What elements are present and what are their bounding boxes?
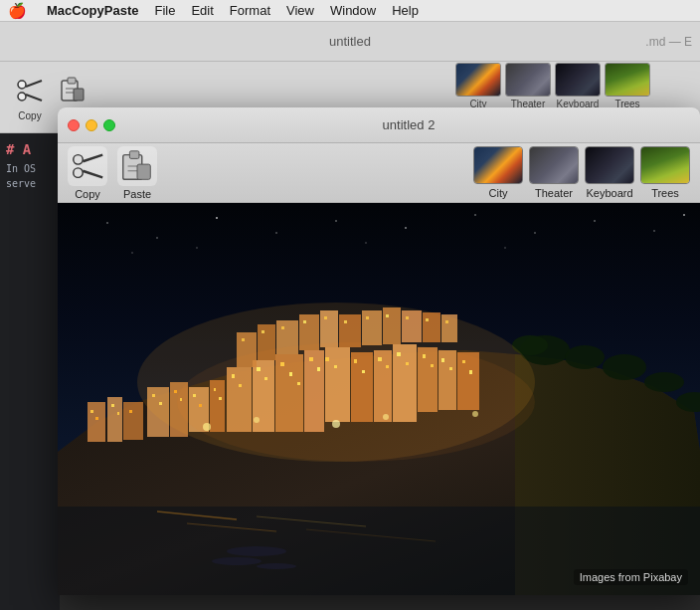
bg-copy-label: Copy: [18, 110, 41, 121]
svg-point-136: [365, 242, 366, 243]
svg-rect-93: [423, 354, 426, 358]
menu-edit[interactable]: Edit: [191, 3, 213, 18]
fg-window-title: untitled 2: [127, 117, 690, 132]
svg-point-29: [644, 372, 684, 392]
bg-code-line1: In OS: [6, 161, 54, 176]
menu-format[interactable]: Format: [230, 3, 270, 18]
fg-city-thumbnail: [473, 146, 523, 184]
fg-theater-label: Theater: [535, 187, 573, 199]
bg-thumb-keyboard[interactable]: Keyboard: [555, 63, 601, 109]
svg-rect-17: [137, 164, 150, 179]
bg-thumb-strip: City Theater Keyboard Trees: [455, 63, 650, 109]
menu-help[interactable]: Help: [392, 3, 419, 18]
bg-thumb-theater[interactable]: Theater: [505, 63, 551, 109]
menu-file[interactable]: File: [154, 3, 175, 18]
svg-rect-94: [431, 364, 434, 367]
svg-point-126: [275, 232, 277, 234]
svg-rect-85: [325, 357, 329, 361]
svg-rect-71: [180, 398, 182, 401]
svg-rect-8: [74, 89, 84, 101]
svg-point-130: [534, 232, 536, 234]
svg-rect-81: [289, 372, 292, 376]
fg-thumb-city[interactable]: City: [473, 146, 523, 199]
fg-thumb-keyboard[interactable]: Keyboard: [585, 146, 634, 199]
app-name[interactable]: MacCopyPaste: [47, 3, 138, 18]
svg-rect-33: [107, 397, 122, 442]
svg-rect-32: [88, 402, 105, 442]
fg-image-area: Images from Pixabay: [58, 203, 700, 595]
svg-rect-95: [441, 358, 444, 362]
svg-point-134: [131, 252, 132, 253]
svg-rect-99: [242, 338, 245, 341]
maximize-button[interactable]: [103, 119, 115, 131]
svg-point-28: [603, 354, 646, 380]
svg-rect-87: [354, 359, 357, 363]
svg-point-1: [18, 93, 26, 101]
svg-point-0: [18, 81, 26, 89]
svg-rect-107: [406, 316, 409, 319]
svg-rect-76: [232, 374, 235, 378]
bg-trees-thumbnail: [605, 63, 650, 97]
svg-point-128: [405, 227, 407, 229]
svg-line-11: [83, 154, 102, 161]
svg-rect-100: [262, 330, 264, 333]
apple-menu[interactable]: 🍎: [8, 2, 27, 20]
bg-thumb-city[interactable]: City: [455, 63, 501, 109]
bg-city-thumbnail: [455, 63, 501, 97]
fg-paste-label: Paste: [123, 188, 151, 200]
bg-window-title: untitled: [329, 34, 371, 49]
fg-thumb-trees[interactable]: Trees: [640, 146, 690, 199]
bg-thumb-trees[interactable]: Trees: [605, 63, 650, 109]
bg-code-line2: serve: [6, 176, 54, 191]
svg-rect-68: [152, 394, 155, 397]
svg-rect-102: [303, 320, 306, 323]
svg-rect-84: [317, 367, 320, 371]
fg-keyboard-thumbnail: [585, 146, 634, 184]
svg-rect-106: [386, 314, 389, 317]
svg-point-133: [683, 214, 685, 216]
fg-trees-thumbnail: [640, 146, 690, 184]
svg-rect-73: [199, 404, 202, 407]
svg-point-112: [332, 420, 340, 428]
svg-point-110: [203, 423, 211, 431]
bg-window-subtitle: .md — E: [645, 35, 692, 49]
svg-rect-83: [309, 357, 313, 361]
fg-paste-button[interactable]: Paste: [117, 146, 157, 200]
svg-rect-86: [334, 365, 337, 368]
svg-point-116: [227, 546, 286, 556]
svg-point-113: [383, 414, 389, 420]
svg-point-135: [196, 247, 197, 248]
bg-copy-button[interactable]: Copy: [12, 73, 48, 121]
svg-rect-5: [68, 78, 76, 84]
svg-line-2: [26, 81, 42, 87]
image-credit: Images from Pixabay: [574, 569, 688, 585]
svg-rect-63: [90, 410, 93, 413]
svg-rect-82: [297, 382, 300, 385]
scissors-icon: [12, 73, 48, 108]
fg-thumb-theater[interactable]: Theater: [529, 146, 579, 199]
svg-point-125: [216, 217, 218, 219]
svg-rect-78: [257, 367, 261, 371]
fg-copy-button[interactable]: Copy: [68, 146, 107, 200]
svg-point-123: [106, 222, 108, 224]
bg-code-editor: # A In OS serve: [0, 133, 60, 610]
svg-rect-80: [280, 362, 284, 366]
fg-theater-thumbnail: [529, 146, 579, 184]
menu-view[interactable]: View: [286, 3, 314, 18]
fg-paste-icon: [117, 146, 157, 186]
fg-toolbar: Copy Paste City: [58, 143, 700, 203]
svg-rect-14: [129, 150, 139, 158]
menu-window[interactable]: Window: [330, 3, 376, 18]
svg-rect-66: [117, 412, 119, 415]
svg-rect-34: [123, 402, 143, 440]
city-scene-svg: [58, 203, 700, 595]
close-button[interactable]: [68, 119, 80, 131]
fg-scissors-icon: [68, 146, 107, 186]
svg-point-129: [474, 214, 476, 216]
svg-rect-74: [214, 388, 216, 391]
svg-rect-92: [406, 362, 409, 365]
svg-rect-64: [95, 417, 98, 420]
bg-keyboard-thumbnail: [555, 63, 601, 97]
svg-rect-104: [344, 320, 347, 323]
minimize-button[interactable]: [86, 119, 97, 131]
